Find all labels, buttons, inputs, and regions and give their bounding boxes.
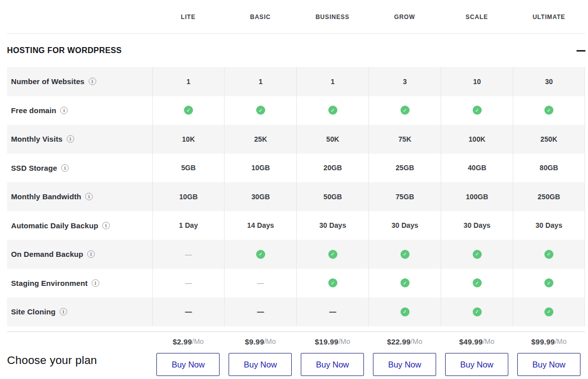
price-period: /Mo (338, 337, 350, 345)
info-icon[interactable]: i (89, 78, 96, 85)
plan-cell-basic: 1 (224, 67, 296, 96)
plan-cell-business: — (296, 297, 368, 326)
plan-cell-basic: — (224, 297, 296, 326)
dash-icon: — (329, 308, 336, 316)
price-amount: $9.99 (245, 337, 264, 346)
section-title: HOSTING FOR WORDPRESS (7, 46, 122, 55)
cell-value: 1 (186, 78, 190, 86)
plan-cell-basic: — (224, 269, 296, 298)
plan-cell-scale: 30 Days (441, 211, 513, 240)
buy-now-button[interactable]: Buy Now (445, 353, 508, 376)
feature-label: Monthly Visits (11, 135, 63, 143)
plan-cell-scale: ✓ (441, 297, 513, 326)
buy-now-button[interactable]: Buy Now (301, 353, 364, 376)
cell-value: 20GB (323, 164, 342, 172)
info-icon[interactable]: i (60, 107, 68, 114)
check-icon: ✓ (544, 278, 553, 287)
plan-cell-business: ✓ (296, 240, 368, 269)
info-icon[interactable]: i (61, 164, 69, 172)
cell-value: 3 (403, 78, 407, 86)
plan-name-grow: GROW (368, 14, 441, 21)
plan-cell-basic: 10GB (224, 154, 296, 183)
check-icon: ✓ (328, 106, 337, 115)
cell-value: 14 Days (247, 221, 274, 229)
plan-cell-grow: ✓ (368, 240, 441, 269)
plan-cell-lite: — (152, 269, 225, 298)
buy-now-button[interactable]: Buy Now (156, 353, 220, 376)
collapse-section-button[interactable] (575, 45, 587, 57)
plan-name-scale: SCALE (441, 14, 513, 21)
info-icon[interactable]: i (92, 279, 99, 287)
plan-name-basic: BASIC (224, 14, 296, 21)
cell-value: 250GB (538, 193, 560, 201)
price-line: $9.99/Mo (245, 336, 276, 346)
info-icon[interactable]: i (60, 308, 67, 315)
plan-cell-scale: 40GB (441, 154, 513, 183)
price-period: /Mo (264, 337, 276, 345)
choose-plan-cell: Choose your plan (7, 354, 152, 376)
check-icon: ✓ (184, 106, 193, 115)
feature-label: On Demand Backup (11, 250, 83, 258)
check-icon: ✓ (256, 250, 265, 259)
check-icon: ✓ (256, 106, 265, 115)
table-row: Number of Websitesi11131030 (7, 67, 585, 96)
plan-cell-grow: 75GB (368, 182, 441, 211)
info-icon[interactable]: i (87, 250, 95, 258)
cell-value: 30GB (251, 193, 270, 201)
info-icon[interactable]: i (67, 135, 74, 143)
dash-icon: — (257, 308, 264, 316)
plan-cell-business: 50K (296, 125, 368, 154)
check-icon: ✓ (544, 250, 553, 259)
feature-label-cell: Free domaini (7, 106, 152, 115)
info-icon[interactable]: i (85, 193, 93, 200)
buy-now-button[interactable]: Buy Now (373, 353, 436, 376)
feature-label: SSD Storage (11, 164, 57, 172)
plan-cell-business: 20GB (296, 154, 368, 183)
price-amount: $49.99 (459, 337, 483, 346)
choose-plan-title: Choose your plan (7, 354, 97, 366)
feature-label: Staging Environment (11, 279, 88, 287)
price-line: $2.99/Mo (173, 336, 204, 346)
plan-cell-basic: ✓ (224, 96, 296, 125)
plan-cell-business: ✓ (296, 96, 368, 125)
plan-name-business: BUSINESS (296, 14, 368, 21)
plan-cell-lite: 10K (152, 125, 225, 154)
plan-cell-basic: 25K (224, 125, 296, 154)
cell-value: 30 Days (319, 221, 346, 229)
price-line: $19.99/Mo (315, 336, 350, 346)
buy-cell-business: $19.99/MoBuy Now (296, 336, 368, 376)
plan-cell-business: 1 (296, 67, 368, 96)
table-row: Automatic Daily Backupi1 Day14 Days30 Da… (7, 211, 585, 240)
dash-icon: — (185, 308, 192, 316)
buy-now-button[interactable]: Buy Now (517, 353, 580, 376)
table-row: Monthly Bandwidthi10GB30GB50GB75GB100GB2… (7, 182, 585, 211)
info-icon[interactable]: i (102, 222, 110, 229)
plan-cell-basic: ✓ (224, 240, 296, 269)
cell-value: 1 (259, 78, 263, 86)
cell-value: 5GB (181, 164, 195, 172)
price-line: $49.99/Mo (459, 336, 494, 346)
check-icon: ✓ (401, 307, 410, 316)
price-period: /Mo (192, 337, 204, 345)
plan-cell-ultimate: ✓ (513, 96, 585, 125)
cell-value: 30 Days (464, 221, 491, 229)
plan-cell-grow: 3 (368, 67, 441, 96)
feature-label: Site Cloning (11, 307, 56, 316)
plan-cell-lite: ✓ (152, 96, 225, 125)
table-row: Staging Environmenti——✓✓✓✓ (7, 269, 585, 298)
cell-value: 25GB (396, 164, 414, 172)
feature-label: Automatic Daily Backup (11, 221, 98, 230)
cell-value: 100GB (466, 193, 488, 201)
price-line: $99.99/Mo (531, 336, 566, 346)
buy-now-button[interactable]: Buy Now (229, 353, 292, 376)
cell-value: 250K (540, 135, 557, 143)
check-icon: ✓ (401, 278, 410, 287)
minus-icon (576, 50, 585, 52)
plan-cell-grow: 30 Days (368, 211, 441, 240)
cell-value: 30 Days (535, 221, 562, 229)
plan-name-lite: LITE (152, 14, 225, 21)
plan-header-row: LITEBASICBUSINESSGROWSCALEULTIMATE (7, 0, 585, 34)
check-icon: ✓ (473, 278, 482, 287)
cell-value: 50K (326, 135, 339, 143)
table-row: Site Cloningi———✓✓✓ (7, 297, 585, 326)
